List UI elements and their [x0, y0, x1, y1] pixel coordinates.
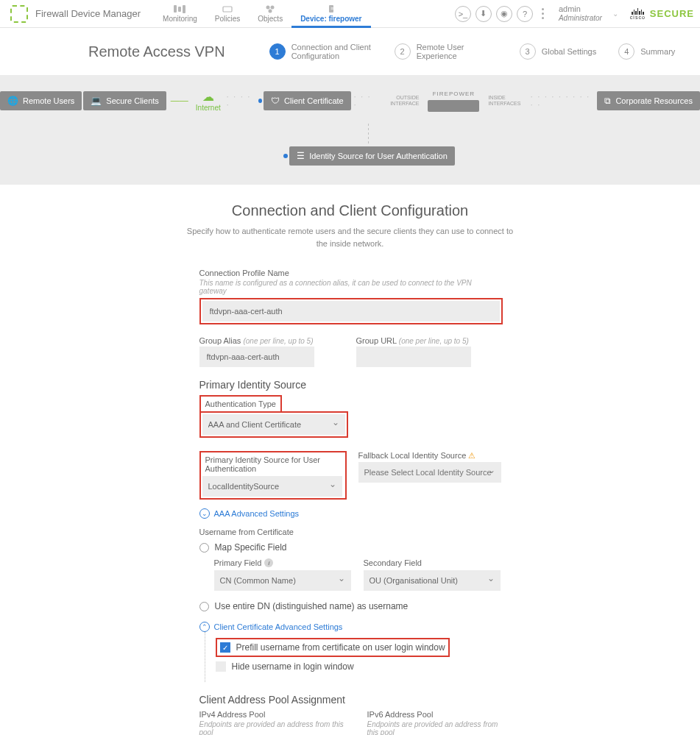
conn-profile-label: Connection Profile Name	[199, 269, 501, 277]
more-menu-icon[interactable]	[537, 8, 548, 19]
conn-profile-input[interactable]	[202, 301, 500, 322]
svg-rect-0	[223, 7, 232, 12]
step-4[interactable]: 4Summary	[618, 43, 675, 60]
firepower-device-icon: FIREPOWER	[422, 90, 485, 112]
aaa-advanced-toggle[interactable]: ⌄AAA Advanced Settings	[199, 508, 501, 519]
cisco-logo: cisco SECURE	[630, 8, 694, 20]
diagram-remote-users: 🌐Remote Users	[0, 91, 82, 110]
monitoring-icon	[172, 4, 187, 13]
user-menu[interactable]: admin Administrator	[553, 4, 608, 23]
radio-map-specific[interactable]: Map Specific Field	[199, 542, 501, 553]
group-url-input[interactable]	[356, 347, 471, 367]
top-nav: Firewall Device Manager Monitoring Polic…	[0, 0, 700, 28]
nav-policies[interactable]: Policies	[206, 0, 249, 27]
cli-icon[interactable]: >_	[455, 6, 471, 22]
wizard-header: Remote Access VPN 1Connection and Client…	[0, 28, 700, 75]
diagram-secure-clients: 💻Secure Clients	[83, 91, 166, 110]
main-form: Connection and Client Configuration Spec…	[0, 185, 700, 735]
diagram-identity-source: ☰Identity Source for User Authentication	[289, 146, 455, 166]
internet-icon: ☁Internet	[193, 90, 224, 112]
topology-diagram: 🌐Remote Users 💻Secure Clients —— ☁Intern…	[0, 75, 700, 185]
primary-identity-heading: Primary Identity Source	[199, 379, 501, 391]
primary-identity-select[interactable]	[202, 476, 342, 497]
deploy-icon[interactable]: ⬇	[475, 6, 492, 22]
radio-use-dn[interactable]: Use entire DN (distinguished name) as us…	[199, 601, 501, 611]
brand-name: Firewall Device Manager	[35, 8, 141, 19]
svg-point-3	[269, 10, 272, 13]
secondary-field-select[interactable]	[364, 570, 501, 591]
warning-icon: ⚠	[468, 451, 475, 460]
policies-icon	[220, 4, 235, 13]
client-cert-adv-toggle[interactable]: ⌃Client Certificate Advanced Settings	[199, 622, 501, 632]
svg-point-2	[271, 6, 275, 10]
form-subtitle: Specify how to authenticate remote users…	[181, 225, 520, 249]
nav-objects[interactable]: Objects	[249, 0, 291, 27]
fallback-identity-select[interactable]	[358, 462, 501, 483]
brand-logo-icon	[10, 5, 28, 23]
svg-point-1	[266, 6, 270, 10]
device-icon: ═══	[324, 4, 339, 13]
auth-type-select[interactable]	[202, 414, 345, 435]
help-icon[interactable]: ?	[517, 6, 533, 22]
nav-monitoring[interactable]: Monitoring	[154, 0, 206, 27]
form-heading: Connection and Client Configuration	[232, 202, 468, 219]
objects-icon	[263, 4, 277, 13]
diagram-client-cert: 🛡Client Certificate	[264, 91, 351, 110]
primary-field-select[interactable]	[214, 570, 351, 591]
group-alias-input[interactable]	[199, 347, 314, 367]
client-pool-heading: Client Address Pool Assignment	[199, 694, 501, 706]
checkbox-prefill[interactable]: ✓Prefill username from certificate on us…	[220, 642, 445, 653]
step-1[interactable]: 1Connection and Client Configuration	[269, 43, 372, 60]
diagram-corp-resources: ⧉Corporate Resources	[597, 91, 700, 110]
step-2[interactable]: 2Remote User Experience	[395, 43, 498, 60]
audit-icon[interactable]: ◉	[496, 6, 512, 22]
info-icon: i	[264, 558, 273, 567]
nav-device[interactable]: ═══ Device: firepower	[291, 0, 370, 27]
chevron-down-icon: ⌄	[612, 10, 618, 18]
step-3[interactable]: 3Global Settings	[520, 43, 597, 60]
page-title: Remote Access VPN	[88, 43, 225, 60]
checkbox-hide-username[interactable]: Hide username in login window	[216, 661, 501, 672]
